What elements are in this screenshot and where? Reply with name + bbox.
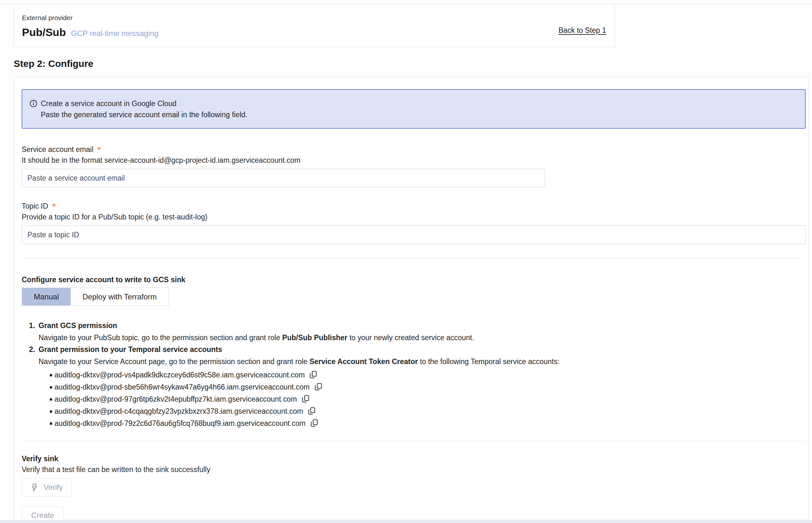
verify-button[interactable]: Verify — [22, 478, 71, 497]
service-account-email: auditlog-dktxv@prod-c4cqaqgbfzy23vpzkbxz… — [54, 407, 303, 415]
verify-button-label: Verify — [44, 483, 63, 492]
service-account-email: auditlog-dktxv@prod-97gr6tp6zkv2t4epubff… — [54, 395, 297, 403]
step-body: Navigate to your PubSub topic, go to the… — [38, 331, 806, 344]
topic-id-field-group: Topic ID Provide a topic ID for a Pub/Su… — [22, 201, 806, 244]
tab-manual[interactable]: Manual — [22, 288, 71, 305]
step-title: Grant GCS permission — [38, 320, 806, 331]
required-dot-icon — [98, 147, 101, 150]
create-button-label: Create — [31, 511, 54, 520]
service-account-email-input[interactable] — [22, 169, 545, 187]
copy-icon[interactable] — [301, 395, 310, 403]
verify-sink-title: Verify sink — [22, 453, 806, 464]
copy-icon[interactable] — [310, 419, 318, 427]
service-account-email-field-group: Service account email It should be in th… — [22, 144, 806, 187]
configure-card: Create a service account in Google Cloud… — [14, 77, 809, 520]
info-banner: Create a service account in Google Cloud… — [22, 89, 806, 129]
topic-id-input[interactable] — [22, 226, 806, 244]
manual-steps: 1. Grant GCS permission Navigate to your… — [22, 320, 806, 367]
back-to-step-1-link[interactable]: Back to Step 1 — [558, 26, 606, 35]
lightning-icon — [30, 483, 39, 492]
copy-icon[interactable] — [307, 407, 316, 415]
service-account-email-label: Service account email — [22, 144, 93, 155]
service-account-item: auditlog-dktxv@prod-vs4padk9dkczcey6d6st… — [22, 369, 806, 381]
provider-header-card: External provider Pub/Sub GCP real-time … — [14, 4, 615, 47]
service-account-item: auditlog-dktxv@prod-79z2c6d76au6g5fcq768… — [22, 417, 806, 429]
provider-name: Pub/Sub — [22, 26, 66, 38]
sink-config-tabs: Manual Deploy with Terraform — [22, 288, 169, 306]
copy-icon[interactable] — [314, 382, 322, 391]
verify-sink-helper: Verify that a test file can be written t… — [22, 464, 806, 475]
step-grant-temporal-permission: 2. Grant permission to your Temporal ser… — [22, 344, 806, 367]
step-grant-gcs-permission: 1. Grant GCS permission Navigate to your… — [22, 320, 806, 344]
temporal-service-account-list: auditlog-dktxv@prod-vs4padk9dkczcey6d6st… — [22, 369, 806, 429]
service-account-email: auditlog-dktxv@prod-vs4padk9dkczcey6d6st… — [54, 371, 305, 379]
service-account-email: auditlog-dktxv@prod-79z2c6d76au6g5fcq768… — [54, 419, 306, 428]
info-banner-body: Paste the generated service account emai… — [41, 109, 247, 121]
required-dot-icon — [52, 203, 55, 207]
page-bottom-strip — [0, 520, 812, 523]
section-divider — [22, 441, 806, 441]
configure-sink-section-title: Configure service account to write to GC… — [22, 275, 806, 284]
copy-icon[interactable] — [309, 371, 317, 379]
step-title: Grant permission to your Temporal servic… — [38, 344, 806, 356]
tab-deploy-with-terraform[interactable]: Deploy with Terraform — [71, 288, 169, 305]
provider-tagline: GCP real-time messaging — [71, 29, 158, 38]
provider-eyebrow: External provider — [22, 14, 606, 22]
page-title: Step 2: Configure — [14, 58, 93, 69]
info-circle-icon — [29, 100, 38, 108]
topic-id-helper: Provide a topic ID for a Pub/Sub topic (… — [22, 212, 806, 222]
service-account-email-helper: It should be in the format service-accou… — [22, 155, 806, 166]
step-number: 2. — [29, 344, 35, 356]
service-account-item: auditlog-dktxv@prod-c4cqaqgbfzy23vpzkbxz… — [22, 405, 806, 417]
service-account-item: auditlog-dktxv@prod-97gr6tp6zkv2t4epubff… — [22, 393, 806, 405]
service-account-item: auditlog-dktxv@prod-sbe56h6wr4sykaw47a6y… — [22, 381, 806, 393]
section-divider — [22, 258, 806, 258]
topic-id-label: Topic ID — [22, 201, 48, 212]
step-body: Navigate to your Service Account page, g… — [38, 356, 806, 367]
info-banner-title: Create a service account in Google Cloud — [41, 98, 247, 109]
service-account-email: auditlog-dktxv@prod-sbe56h6wr4sykaw47a6y… — [54, 383, 310, 391]
step-number: 1. — [29, 320, 35, 331]
